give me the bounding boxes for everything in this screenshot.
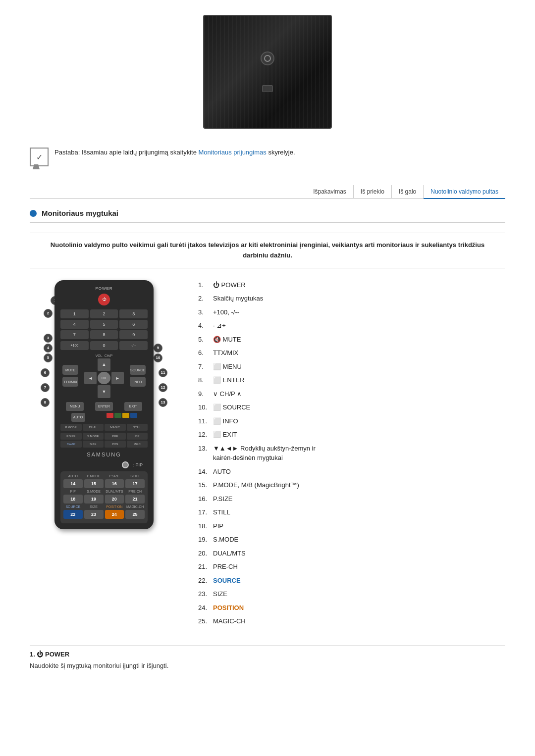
note-link[interactable]: Monitoriaus prijungimas	[199, 149, 267, 156]
btn-magic[interactable]: MAGIC	[105, 424, 126, 431]
num-btn-18[interactable]: 18	[63, 495, 83, 504]
nav-left[interactable]: ◄	[84, 372, 97, 384]
btn-exit[interactable]: EXIT	[124, 402, 142, 411]
item-8-label: ⬜ ENTER	[213, 375, 245, 385]
item-21-label: PRE-CH	[213, 562, 238, 572]
item-20-num: 20.	[198, 549, 213, 558]
num-btn-14[interactable]: 14	[63, 479, 83, 488]
btn-minus[interactable]: -/--	[119, 341, 148, 350]
section-title: Monitoriaus mygtukai	[42, 209, 118, 217]
label-magic-ch: MAGIC-CH	[125, 505, 145, 508]
bottom-labels-row1: AUTO P.MODE P.SIZE STILL	[63, 474, 145, 478]
nav-right[interactable]: ►	[111, 372, 124, 384]
btn-menu[interactable]: MENU	[66, 402, 84, 411]
bottom-labels-row3: SOURCE SIZE POSITION MAGIC-CH	[63, 505, 145, 508]
samsung-label: SAMSUNG	[60, 452, 148, 457]
nav-up[interactable]: ▲	[98, 358, 110, 371]
tab-is-priekio[interactable]: Iš priekio	[354, 185, 392, 198]
remote-wrapper: 1 2 3 4 5 6 7 8 9 10 11 12 13 POWER ⏻	[30, 280, 178, 529]
btn-auto-adj[interactable]: AUTO	[71, 413, 85, 422]
btn-src[interactable]: SWAP	[60, 441, 82, 448]
color-btn-yellow[interactable]	[122, 413, 129, 418]
num-btn-15[interactable]: 15	[84, 479, 104, 488]
color-btn-red[interactable]	[107, 413, 113, 418]
bottom-numbered-section: AUTO P.MODE P.SIZE STILL 14 15 16 17 PIP…	[60, 471, 148, 523]
btn-size2[interactable]: SIZE	[83, 441, 104, 448]
num-btn-16[interactable]: 16	[105, 479, 124, 488]
num-btn-19[interactable]: 19	[84, 495, 104, 504]
btn-pos[interactable]: POS	[105, 441, 126, 448]
note-box: Pastaba: Išsamiau apie laidų prijungimą …	[30, 144, 505, 170]
btn-mute[interactable]: MUTE	[62, 365, 78, 375]
tab-ispakavimas[interactable]: Išpakavimas	[306, 185, 354, 198]
btn-dual[interactable]: DUAL	[83, 424, 104, 431]
num-btn-23[interactable]: 23	[84, 510, 104, 519]
nav-down[interactable]: ▼	[98, 385, 110, 398]
item-25: 25. MAGIC-CH	[198, 616, 505, 626]
tab-nuotolinio[interactable]: Nuotolinio valdymo pultas	[424, 185, 505, 199]
btn-3[interactable]: 3	[119, 309, 148, 318]
num-btn-21[interactable]: 21	[125, 495, 145, 504]
label-position: POSITION	[105, 505, 124, 508]
label-size: SIZE	[84, 505, 104, 508]
item-15: 15. P.MODE, M/B (MagicBright™)	[198, 480, 505, 490]
btn-pre[interactable]: PRE	[105, 433, 126, 440]
btn-enter[interactable]: ENTER	[95, 402, 113, 411]
btn-magic2[interactable]: MGC	[127, 441, 148, 448]
item-10-num: 10.	[198, 403, 213, 412]
btn-pip2[interactable]: PIP	[127, 433, 148, 440]
function-grid-2: P.SIZE S.MODE PRE PIP	[60, 433, 148, 440]
btn-1[interactable]: 1	[60, 309, 89, 318]
color-btn-blue[interactable]	[130, 413, 137, 418]
num-btn-24[interactable]: 24	[105, 510, 124, 519]
num-btn-17[interactable]: 17	[125, 479, 145, 488]
monitor-image-section	[30, 15, 505, 129]
btn-ttx[interactable]: TTX/MIX	[62, 377, 78, 387]
btn-8[interactable]: 8	[90, 330, 118, 339]
num-btn-22[interactable]: 22	[63, 510, 83, 519]
nav-enter[interactable]: OK	[98, 372, 110, 384]
item-14-num: 14.	[198, 467, 213, 477]
item-9-num: 9.	[198, 389, 213, 399]
btn-pmode[interactable]: P.MODE	[60, 424, 82, 431]
items-list: 1. ⏻ POWER 2. Skaičių mygtukas 3. +100, …	[198, 280, 505, 630]
remote-container: 1 2 3 4 5 6 7 8 9 10 11 12 13 POWER ⏻	[30, 280, 178, 529]
callout-7: 7	[41, 383, 50, 392]
item-11: 11. ⬜ INFO	[198, 416, 505, 426]
label-source: SOURCE	[63, 505, 83, 508]
btn-smode[interactable]: S.MODE	[83, 433, 104, 440]
item-6-num: 6.	[198, 348, 213, 358]
section-header: Monitoriaus mygtukai	[30, 209, 505, 217]
item-15-label: P.MODE, M/B (MagicBright™)	[213, 480, 299, 490]
footer-section: 1. ⏻ POWER Naudokite šį mygtuką monitori…	[30, 645, 505, 671]
btn-2[interactable]: 2	[90, 309, 118, 318]
item-19: 19. S.MODE	[198, 535, 505, 545]
num-btn-25[interactable]: 25	[125, 510, 145, 519]
btn-5[interactable]: 5	[90, 320, 118, 329]
callout-4: 4	[44, 344, 53, 353]
item-13: 13. ▼▲◄► Rodyklių aukštyn-žemyn irkairėn…	[198, 444, 505, 463]
section-dot-icon	[30, 210, 37, 217]
color-btn-green[interactable]	[114, 413, 121, 418]
btn-4[interactable]: 4	[60, 320, 89, 329]
tab-is-galo[interactable]: Iš galo	[392, 185, 424, 198]
btn-7[interactable]: 7	[60, 330, 89, 339]
power-button[interactable]: ⏻	[98, 294, 110, 305]
btn-9[interactable]: 9	[119, 330, 148, 339]
btn-source[interactable]: SOURCE	[130, 365, 146, 375]
item-19-num: 19.	[198, 535, 213, 545]
item-24-num: 24.	[198, 603, 213, 613]
btn-still[interactable]: STILL	[127, 424, 148, 431]
item-13-num: 13.	[198, 444, 213, 454]
btn-psize[interactable]: P.SIZE	[60, 433, 82, 440]
btn-plus100[interactable]: +100	[60, 341, 89, 350]
note-text-main: Pastaba: Išsamiau apie laidų prijungimą …	[54, 149, 197, 156]
label-prech: PRE-CH	[125, 490, 145, 493]
item-18: 18. PIP	[198, 521, 505, 531]
pip-row: : PIP	[60, 461, 148, 468]
btn-info[interactable]: INFO	[130, 377, 146, 387]
item-25-label: MAGIC-CH	[213, 616, 246, 626]
btn-0[interactable]: 0	[90, 341, 118, 350]
num-btn-20[interactable]: 20	[105, 495, 124, 504]
btn-6[interactable]: 6	[119, 320, 148, 329]
